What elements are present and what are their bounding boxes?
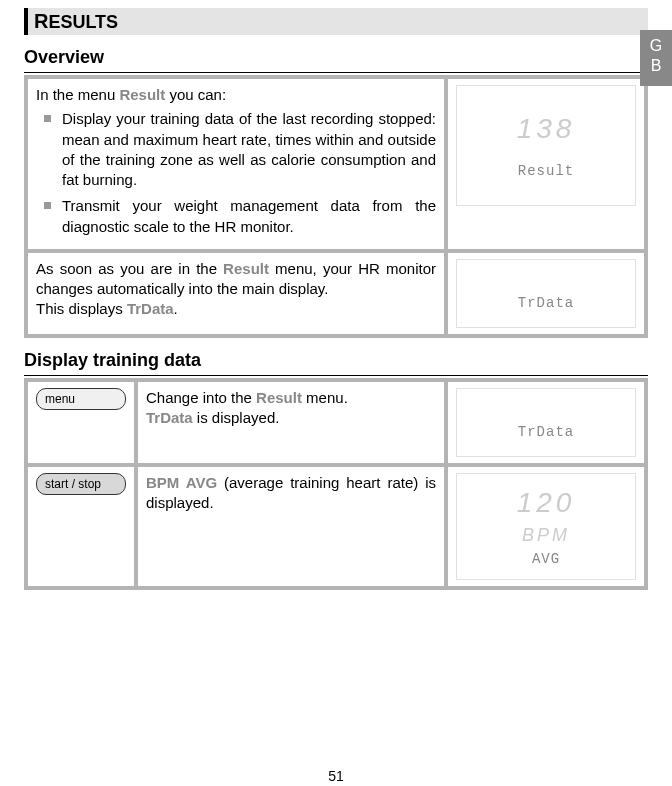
lcd-text: AVG (532, 550, 560, 569)
r1t1-pre: Change into the (146, 389, 256, 406)
p2b-pre: This displays (36, 300, 127, 317)
r1t1-emph: Result (256, 389, 302, 406)
lcd-number: 120 (517, 484, 576, 522)
section-header-accent: R (34, 10, 48, 32)
lcd-text: Result (518, 162, 574, 181)
intro-pre: In the menu (36, 86, 119, 103)
display-lcd-cell-2: 120 bPM AVG (446, 465, 646, 588)
lcd-text: TrData (518, 423, 574, 442)
lang-line1: G (640, 36, 672, 56)
lcd-screen: TrData (456, 388, 636, 457)
display-lcd-cell-1: TrData (446, 380, 646, 465)
start-stop-button[interactable]: start / stop (36, 473, 126, 495)
r2-emph: BPM AVG (146, 474, 217, 491)
startstop-button-cell: start / stop (26, 465, 136, 588)
overview-text-cell: In the menu Result you can: Display your… (26, 77, 446, 251)
list-item: Display your training data of the last r… (44, 109, 436, 190)
table-row: As soon as you are in the Result menu, y… (26, 251, 646, 336)
p2-emph: Result (223, 260, 269, 277)
page-number: 51 (0, 768, 672, 784)
p2b-emph: TrData (127, 300, 174, 317)
lcd-screen: TrData (456, 259, 636, 328)
table-row: In the menu Result you can: Display your… (26, 77, 646, 251)
list-item: Transmit your weight management data fro… (44, 196, 436, 237)
section-header-text: ESULTS (48, 12, 118, 32)
lcd-number: 138 (517, 110, 576, 148)
display-heading: Display training data (24, 350, 648, 376)
lang-line2: B (640, 56, 672, 76)
intro-emph: Result (119, 86, 165, 103)
r1t2-post: is displayed. (193, 409, 280, 426)
display-row2-text: BPM AVG (average training heart rate) is… (136, 465, 446, 588)
r1t2-emph: TrData (146, 409, 193, 426)
overview-lcd-cell-2: TrData (446, 251, 646, 336)
lcd-text: TrData (518, 294, 574, 313)
r1t1-post: menu. (302, 389, 348, 406)
display-table: menu Change into the Result menu. TrData… (24, 378, 648, 590)
menu-button[interactable]: menu (36, 388, 126, 410)
p2b-post: . (174, 300, 178, 317)
overview-list: Display your training data of the last r… (44, 109, 436, 237)
page: G B RESULTS Overview In the menu Result … (0, 8, 672, 786)
p2-pre: As soon as you are in the (36, 260, 223, 277)
table-row: menu Change into the Result menu. TrData… (26, 380, 646, 465)
overview-lcd-cell-1: 138 Result (446, 77, 646, 251)
section-header: RESULTS (24, 8, 648, 35)
lcd-screen: 138 Result (456, 85, 636, 206)
lcd-unit: bPM (522, 523, 570, 547)
language-tab: G B (640, 30, 672, 86)
table-row: start / stop BPM AVG (average training h… (26, 465, 646, 588)
menu-button-cell: menu (26, 380, 136, 465)
overview-text-cell-2: As soon as you are in the Result menu, y… (26, 251, 446, 336)
display-row1-text: Change into the Result menu. TrData is d… (136, 380, 446, 465)
intro-post: you can: (165, 86, 226, 103)
lcd-screen: 120 bPM AVG (456, 473, 636, 580)
overview-table: In the menu Result you can: Display your… (24, 75, 648, 338)
overview-heading: Overview (24, 47, 648, 73)
